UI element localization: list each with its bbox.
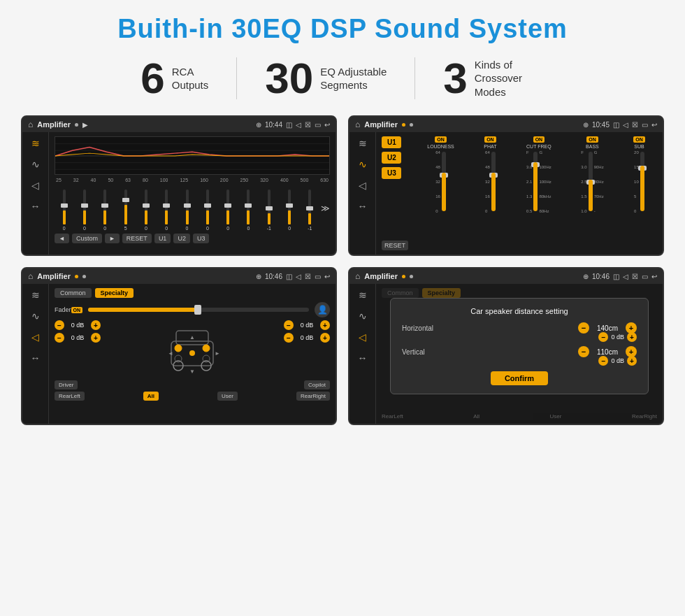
dialog-sidebar-wave-icon[interactable]: ∿ [359,310,367,322]
dialog-bg-specialty: Specialty [422,288,461,298]
screen-cross-card: ⌂ Amplifier ⊕ 10:45 ◫ ◁ ☒ ▭ ↩ ≋ [348,115,664,256]
eq-play-icon[interactable]: ▶ [82,121,88,129]
fader-minus-1[interactable]: − [55,320,64,330]
dialog-horizontal-minus[interactable]: − [578,322,589,334]
eq-main: 253240506380100125160200250320400500630 … [49,132,336,255]
cross-home-icon[interactable]: ⌂ [355,120,360,129]
dialog-right-plus-2[interactable]: + [627,356,637,366]
fader-plus-3[interactable]: + [320,320,330,330]
cross-back-icon[interactable]: ↩ [651,121,657,129]
eq-pin-icon: ⊕ [256,121,261,129]
fader-plus-1[interactable]: + [91,320,101,330]
fader-sidebar-speaker-icon[interactable]: ◁ [31,331,39,343]
cross-bass: ON BASS F3.02.51.51.0 G90Hz80Hz70Hz- [581,136,603,250]
confirm-button[interactable]: Confirm [491,371,548,385]
eq-next-btn[interactable]: ► [105,234,120,243]
cross-sidebar-speaker-icon[interactable]: ◁ [359,180,366,191]
fader-tab-specialty[interactable]: Specialty [95,288,134,298]
cross-sq-icon: ▭ [642,121,648,129]
dialog-back-icon[interactable]: ↩ [651,273,657,280]
eq-expand-icon[interactable]: ≫ [321,203,330,213]
cross-u3-btn[interactable]: U3 [382,167,401,179]
eq-footer: ◄ Custom ► RESET U1 U2 U3 [55,234,330,243]
svg-point-14 [189,350,195,356]
dialog-vertical-minus[interactable]: − [578,346,589,357]
eq-reset-btn[interactable]: RESET [122,234,152,243]
cross-cam-icon: ◫ [613,121,619,129]
fader-copilot-btn[interactable]: Copilot [304,380,330,389]
eq-custom-btn[interactable]: Custom [72,234,102,243]
fader-sidebar-arrows-icon[interactable]: ↔ [31,352,41,364]
svg-text:▼: ▼ [189,368,195,375]
cross-loudness: ON LOUDNESS 644832160 [427,136,454,250]
eq-prev-btn[interactable]: ◄ [55,234,69,243]
dialog-right-val-1: 0 dB [611,334,624,341]
dialog-vol-icon: ◁ [623,273,628,280]
fader-back-icon[interactable]: ↩ [324,273,330,280]
eq-sidebar-arrows-icon[interactable]: ↔ [31,201,41,212]
cross-sidebar-eq-icon[interactable]: ≋ [359,138,367,149]
dialog-db-right-2: − 0 dB + [402,356,637,366]
cross-presets: U1 U2 U3 RESET [382,136,408,250]
fader-user-btn[interactable]: User [217,392,238,401]
fader-profile-icon[interactable]: 👤 [315,302,330,317]
fader-plus-4[interactable]: + [320,333,330,343]
dialog-bg-btns: RearLeft All User RearRight [382,413,657,420]
eq-back-icon[interactable]: ↩ [324,121,330,129]
eq-slider-13: -1 [301,189,319,231]
eq-slider-2: 0 [75,189,94,231]
fader-home-icon[interactable]: ⌂ [28,271,33,281]
fader-all-btn[interactable]: All [143,392,159,401]
fader-tabs: Common Specialty [55,288,330,298]
stat-cross-label: Kinds of Crossover Modes [475,58,545,99]
dialog-dot2 [410,275,413,278]
eq-u1-btn[interactable]: U1 [154,234,171,243]
fader-minus-4[interactable]: − [284,333,294,343]
fader-minus-3[interactable]: − [284,320,294,330]
cross-reset-btn[interactable]: RESET [382,241,408,250]
cross-sidebar-arrows-icon[interactable]: ↔ [358,201,368,212]
eq-u3-btn[interactable]: U3 [193,234,210,243]
eq-sidebar-eq-icon[interactable]: ≋ [31,138,40,149]
eq-home-icon[interactable]: ⌂ [28,120,33,129]
cross-sub: ON SUB 20151050 [633,136,645,250]
car-diagram: ▲ ▼ ◄ ► [161,320,224,376]
fader-db-row-4: − 0 dB + [284,333,330,343]
dialog-sidebar-speaker-icon[interactable]: ◁ [359,331,366,343]
dialog-right-minus-2[interactable]: − [598,356,608,366]
eq-time: 10:44 [265,121,282,129]
cross-phat: ON PHAT 644832160 [484,136,496,250]
cross-dot1 [402,123,405,127]
cross-topbar: ⌂ Amplifier ⊕ 10:45 ◫ ◁ ☒ ▭ ↩ [349,117,663,132]
dialog-right-minus-1[interactable]: − [598,332,608,342]
eq-sidebar-speaker-icon[interactable]: ◁ [31,180,39,191]
cross-u1-btn[interactable]: U1 [382,136,401,148]
fader-rearright-btn[interactable]: RearRight [296,392,330,401]
dialog-pin-icon: ⊕ [583,273,589,280]
fader-on-badge: ON [71,307,83,313]
eq-sidebar-wave-icon[interactable]: ∿ [31,159,40,170]
stats-row: 6 RCA Outputs 30 EQ Adjustable Segments … [21,57,664,100]
dialog-home-icon[interactable]: ⌂ [355,271,360,281]
fader-slider-track[interactable] [88,308,309,312]
fader-minus-2[interactable]: − [55,333,64,343]
cross-cutfreq: ON CUT FREQ F3.02.11.30.5 G100Hz100Hz80k… [526,136,551,250]
fader-plus-2[interactable]: + [91,333,101,343]
eq-sq-icon: ▭ [315,121,321,129]
screens-grid: ⌂ Amplifier ▶ ⊕ 10:44 ◫ ◁ ☒ ▭ ↩ ≋ [21,115,664,425]
cross-sidebar-wave-icon[interactable]: ∿ [359,159,367,170]
fader-sidebar-wave-icon[interactable]: ∿ [31,310,40,322]
dialog-sidebar-eq-icon[interactable]: ≋ [359,289,367,301]
fader-rearleft-btn[interactable]: RearLeft [55,392,85,401]
fader-driver-btn[interactable]: Driver [55,380,78,389]
stat-rca-label: RCA Outputs [172,65,209,92]
fader-sidebar-eq-icon[interactable]: ≋ [31,289,40,301]
dialog-right-plus-1[interactable]: + [627,332,637,342]
fader-tab-common[interactable]: Common [55,288,92,298]
cross-u2-btn[interactable]: U2 [382,152,401,164]
eq-u2-btn[interactable]: U2 [173,234,190,243]
eq-slider-12: 0 [280,189,298,231]
screen-eq-card: ⌂ Amplifier ▶ ⊕ 10:44 ◫ ◁ ☒ ▭ ↩ ≋ [21,115,337,256]
eq-graph [55,136,330,175]
dialog-sidebar-arrows-icon[interactable]: ↔ [358,352,368,364]
